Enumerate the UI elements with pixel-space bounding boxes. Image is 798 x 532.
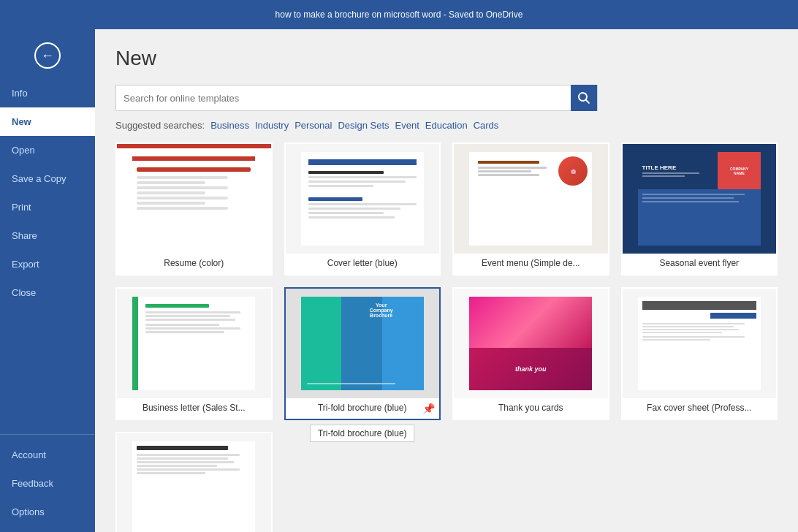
- search-button[interactable]: [571, 85, 597, 111]
- template-card-brochure[interactable]: YourCompanyBrochure 📌 Tri-fold brochure …: [284, 287, 441, 420]
- sidebar-item-info[interactable]: Info: [0, 79, 95, 107]
- back-circle-icon[interactable]: ←: [34, 42, 61, 69]
- template-thumb-brochure: YourCompanyBrochure: [286, 289, 440, 398]
- template-thumb-thankyou: thank you: [454, 289, 608, 398]
- template-card-event-menu[interactable]: 🌸 Event menu (Simple de...: [452, 142, 609, 276]
- sidebar-item-new[interactable]: New: [0, 107, 95, 136]
- template-label-resume: Resume (color): [117, 254, 271, 274]
- suggested-tag-design-sets[interactable]: Design Sets: [338, 120, 389, 131]
- suggested-tag-business[interactable]: Business: [210, 120, 249, 131]
- search-icon: [578, 92, 590, 104]
- template-thumb-event-menu: 🌸: [454, 144, 608, 254]
- template-card-thankyou[interactable]: thank you Thank you cards: [452, 287, 609, 420]
- template-thumb-calendar: [117, 433, 271, 532]
- sidebar-item-export[interactable]: Export: [0, 250, 95, 278]
- sidebar-bottom: Account Feedback Options: [0, 428, 95, 532]
- template-card-calendar[interactable]: Wedding Calendar Checklist: [115, 432, 273, 532]
- back-button[interactable]: ←: [0, 35, 95, 76]
- templates-grid: Resume (color): [115, 142, 778, 532]
- suggested-tag-industry[interactable]: Industry: [255, 120, 289, 131]
- suggested-tag-cards[interactable]: Cards: [474, 120, 499, 131]
- sidebar-item-share[interactable]: Share: [0, 221, 95, 250]
- top-bar: how to make a brochure on microsoft word…: [0, 0, 798, 29]
- page-title: New: [115, 47, 778, 70]
- sidebar-item-close[interactable]: Close: [0, 278, 95, 307]
- sidebar-item-options[interactable]: Options: [0, 498, 95, 526]
- suggested-tag-personal[interactable]: Personal: [294, 120, 332, 131]
- sidebar-item-save-copy[interactable]: Save a Copy: [0, 164, 95, 193]
- template-label-event-menu: Event menu (Simple de...: [454, 254, 608, 274]
- template-card-fax[interactable]: Fax cover sheet (Profess...: [621, 287, 778, 420]
- template-label-brochure: Tri-fold brochure (blue): [286, 398, 440, 419]
- suggested-label: Suggested searches:: [115, 120, 205, 131]
- sidebar-item-feedback[interactable]: Feedback: [0, 469, 95, 498]
- template-label-fax: Fax cover sheet (Profess...: [623, 398, 777, 419]
- template-thumb-fax: [623, 289, 777, 398]
- template-card-business-letter[interactable]: Business letter (Sales St...: [115, 287, 273, 420]
- template-label-thankyou: Thank you cards: [454, 398, 608, 419]
- search-bar: [115, 85, 598, 111]
- sidebar-item-open[interactable]: Open: [0, 136, 95, 164]
- template-label-flyer: Seasonal event flyer: [623, 254, 777, 274]
- template-label-business-letter: Business letter (Sales St...: [117, 398, 271, 419]
- suggested-tag-event[interactable]: Event: [395, 120, 419, 131]
- template-thumb-business-letter: [117, 289, 271, 398]
- top-bar-filename: how to make a brochure on microsoft word…: [276, 10, 523, 20]
- template-card-cover[interactable]: Cover letter (blue): [284, 142, 441, 276]
- template-thumb-resume: [117, 144, 271, 254]
- brochure-tooltip: Tri-fold brochure (blue): [310, 425, 415, 442]
- main-content: New Suggested searches: Business Industr…: [95, 29, 798, 532]
- search-input[interactable]: [116, 93, 571, 104]
- template-thumb-flyer: TITLE HERE COMPANYNAME: [623, 144, 777, 254]
- sidebar-item-account[interactable]: Account: [0, 441, 95, 469]
- template-card-flyer[interactable]: TITLE HERE COMPANYNAME: [621, 142, 778, 276]
- suggested-searches: Suggested searches: Business Industry Pe…: [115, 120, 778, 131]
- sidebar-item-print[interactable]: Print: [0, 193, 95, 221]
- template-card-resume[interactable]: Resume (color): [115, 142, 273, 276]
- template-thumb-cover: [286, 144, 440, 254]
- pin-icon: 📌: [422, 403, 435, 414]
- sidebar-divider: [0, 434, 95, 435]
- sidebar: ← Info New Open Save a Copy Print Share …: [0, 29, 95, 532]
- suggested-tag-education[interactable]: Education: [425, 120, 468, 131]
- template-label-cover: Cover letter (blue): [286, 254, 440, 274]
